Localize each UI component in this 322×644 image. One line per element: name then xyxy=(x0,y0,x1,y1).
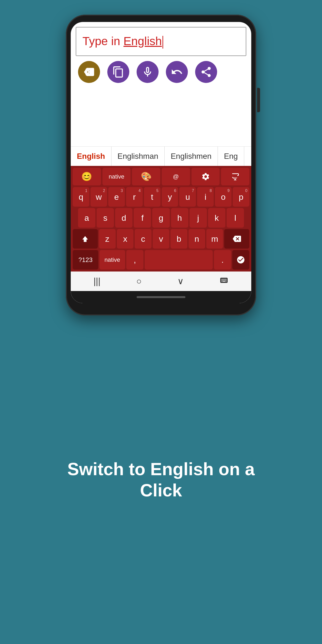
key-p[interactable]: p 0 xyxy=(233,187,249,206)
key-native-bottom[interactable]: native xyxy=(100,250,125,270)
keyboard-row-3: z x c v b n xyxy=(71,228,251,249)
key-label: c xyxy=(141,235,145,243)
key-l[interactable]: l xyxy=(226,208,244,228)
keyboard-hide-key[interactable] xyxy=(221,168,249,186)
key-label: q xyxy=(78,193,83,201)
key-label: p xyxy=(239,193,244,201)
nav-recents[interactable]: ∨ xyxy=(177,276,184,286)
bottom-text-area: Switch to English on aClick xyxy=(48,316,274,644)
key-j[interactable]: j xyxy=(190,208,207,228)
key-c[interactable]: c xyxy=(135,229,151,248)
key-period[interactable]: . xyxy=(214,250,231,270)
keyboard-top-row: 😊 native 🎨 @ xyxy=(71,166,251,186)
key-q[interactable]: q 1 xyxy=(73,187,89,206)
key-label: native xyxy=(104,257,120,263)
key-y[interactable]: y 6 xyxy=(162,187,178,206)
backspace-icon xyxy=(233,235,241,243)
at-label: @ xyxy=(173,173,179,180)
key-h[interactable]: h xyxy=(171,208,188,228)
key-number: 7 xyxy=(192,188,194,193)
key-m[interactable]: m xyxy=(206,229,223,248)
key-r[interactable]: r 4 xyxy=(126,187,143,206)
key-v[interactable]: v xyxy=(153,229,169,248)
nav-bar: ||| ○ ∨ xyxy=(71,272,251,291)
key-label: b xyxy=(176,235,181,243)
key-label: h xyxy=(177,214,182,222)
palette-key[interactable]: 🎨 xyxy=(132,168,160,186)
key-b[interactable]: b xyxy=(170,229,187,248)
key-backspace[interactable] xyxy=(224,229,249,248)
undo-button[interactable] xyxy=(166,61,188,83)
key-d[interactable]: d xyxy=(115,208,132,228)
key-n[interactable]: n xyxy=(188,229,205,248)
key-done[interactable] xyxy=(232,250,249,270)
share-button[interactable] xyxy=(195,61,217,83)
key-label: w xyxy=(96,193,102,201)
key-shift[interactable] xyxy=(73,229,98,248)
key-label: j xyxy=(197,214,199,222)
key-label: u xyxy=(186,193,190,201)
key-number: 6 xyxy=(174,188,176,193)
undo-icon xyxy=(171,66,183,78)
key-x[interactable]: x xyxy=(117,229,134,248)
key-number: 5 xyxy=(156,188,158,193)
key-numbers[interactable]: ?123 xyxy=(73,250,98,270)
text-cursor xyxy=(162,36,163,48)
keyboard-row-2: a s d f g h xyxy=(71,207,251,228)
text-before-underline: Type in xyxy=(82,35,124,48)
mic-button[interactable] xyxy=(136,61,158,83)
key-g[interactable]: g xyxy=(152,208,170,228)
key-label: z xyxy=(105,235,109,243)
key-w[interactable]: w 2 xyxy=(90,187,107,206)
key-o[interactable]: o 9 xyxy=(215,187,232,206)
key-z[interactable]: z xyxy=(99,229,116,248)
nav-back[interactable]: ||| xyxy=(94,276,100,286)
key-k[interactable]: k xyxy=(208,208,226,228)
copy-button[interactable] xyxy=(107,61,129,83)
key-label: g xyxy=(159,214,164,222)
key-comma[interactable]: , xyxy=(126,250,144,270)
suggestion-english[interactable]: English xyxy=(71,146,112,166)
key-label: , xyxy=(134,256,136,264)
key-number: 1 xyxy=(85,188,87,193)
shift-icon xyxy=(81,235,89,243)
key-label: ?123 xyxy=(78,256,93,263)
suggestions-bar: English Englishman Englishmen Eng xyxy=(71,146,251,166)
key-s[interactable]: s xyxy=(96,208,114,228)
key-label: i xyxy=(205,193,206,201)
key-f[interactable]: f xyxy=(134,208,151,228)
key-i[interactable]: i 8 xyxy=(197,187,214,206)
share-icon xyxy=(200,66,212,78)
suggestion-englishman[interactable]: Englishman xyxy=(112,146,165,166)
text-input-area[interactable]: Type in English xyxy=(76,27,246,56)
emoji-key[interactable]: 😊 xyxy=(73,168,101,186)
done-icon xyxy=(236,256,245,264)
key-u[interactable]: u 7 xyxy=(179,187,196,206)
nav-home[interactable]: ○ xyxy=(136,276,142,286)
suggestion-englishmen[interactable]: Englishmen xyxy=(165,146,218,166)
delete-button[interactable] xyxy=(78,61,100,83)
native-key[interactable]: native xyxy=(102,168,131,186)
key-space[interactable] xyxy=(145,250,213,270)
key-label: l xyxy=(234,214,236,222)
key-label: s xyxy=(103,214,107,222)
phone-container: Type in English xyxy=(66,15,256,316)
key-label: . xyxy=(221,256,224,264)
key-e[interactable]: e 3 xyxy=(108,187,125,206)
key-number: 4 xyxy=(138,188,141,193)
key-label: o xyxy=(221,193,226,201)
keyboard-row-4: ?123 native , . xyxy=(71,249,251,272)
key-label: k xyxy=(215,214,219,222)
settings-key[interactable] xyxy=(192,168,220,186)
suggestion-eng[interactable]: Eng xyxy=(218,146,244,166)
key-number: 0 xyxy=(245,188,247,193)
delete-icon xyxy=(83,66,95,78)
key-number: 9 xyxy=(227,188,230,193)
key-a[interactable]: a xyxy=(78,208,96,228)
at-key[interactable]: @ xyxy=(162,168,190,186)
side-button xyxy=(257,88,260,112)
nav-keyboard[interactable] xyxy=(220,276,228,287)
key-label: v xyxy=(159,235,163,243)
toolbar-row xyxy=(71,56,251,88)
key-t[interactable]: t 5 xyxy=(144,187,160,206)
